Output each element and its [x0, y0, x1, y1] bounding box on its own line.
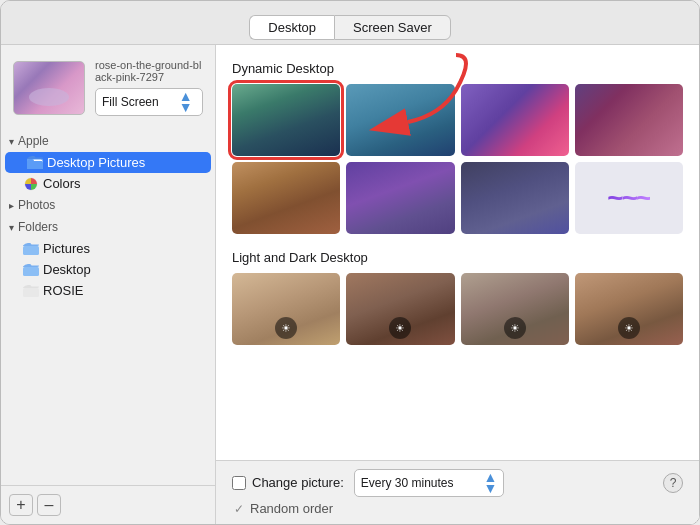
change-picture-checkbox[interactable]	[232, 476, 246, 490]
top-bar: Desktop Screen Saver	[1, 1, 699, 45]
wavy-logo: ~~~	[607, 182, 650, 214]
sidebar: rose-on-the-ground-black-pink-7297 Fill …	[1, 45, 216, 524]
remove-button[interactable]: –	[37, 494, 61, 516]
wallpaper-dynamic-2[interactable]	[346, 84, 454, 156]
ld-icon-3: ☀	[504, 317, 526, 339]
svg-rect-2	[27, 161, 43, 169]
photos-label: Photos	[18, 198, 55, 212]
sidebar-item-rosie[interactable]: ROSIE	[1, 280, 215, 301]
sidebar-bottom: + –	[1, 485, 215, 524]
svg-rect-6	[23, 288, 39, 297]
bottom-bar: Change picture: Every 30 minutes ▲ ▼ ? ✓…	[216, 460, 699, 524]
rosie-label: ROSIE	[43, 283, 83, 298]
change-interval-dropdown[interactable]: Every 30 minutes ▲ ▼	[354, 469, 505, 497]
help-button[interactable]: ?	[663, 473, 683, 493]
rosie-icon	[23, 284, 39, 298]
colors-icon	[23, 177, 39, 191]
main-content: rose-on-the-ground-black-pink-7297 Fill …	[1, 45, 699, 524]
ld-icon-4: ☀	[618, 317, 640, 339]
svg-rect-4	[23, 246, 39, 255]
svg-rect-5	[23, 267, 39, 276]
wallpaper-ld-4[interactable]: ☀	[575, 273, 683, 345]
add-button[interactable]: +	[9, 494, 33, 516]
wallpaper-dynamic-5[interactable]	[232, 162, 340, 234]
bottom-row-2: ✓ Random order	[232, 501, 683, 516]
wallpaper-ld-1[interactable]: ☀	[232, 273, 340, 345]
desktop-folder-icon	[23, 263, 39, 277]
checkmark-icon: ✓	[234, 502, 244, 516]
light-dark-grid: ☀ ☀ ☀ ☀	[232, 273, 683, 345]
preview-thumbnail	[13, 61, 85, 115]
wallpaper-dynamic-6[interactable]	[346, 162, 454, 234]
fill-mode-label: Fill Screen	[102, 95, 159, 109]
tab-desktop[interactable]: Desktop	[249, 15, 334, 40]
chevron-down-icon-folders: ▾	[9, 222, 14, 233]
fill-mode-arrow: ▲ ▼	[179, 91, 193, 113]
desktop-folder-label: Desktop	[43, 262, 91, 277]
change-interval-label: Every 30 minutes	[361, 476, 454, 490]
sidebar-item-desktop-pictures[interactable]: Desktop Pictures	[5, 152, 211, 173]
filename-label: rose-on-the-ground-black-pink-7297	[95, 59, 203, 83]
wallpaper-dynamic-4[interactable]	[575, 84, 683, 156]
ld-icon-2: ☀	[389, 317, 411, 339]
fill-mode-dropdown[interactable]: Fill Screen ▲ ▼	[95, 88, 203, 116]
wallpaper-ld-2[interactable]: ☀	[346, 273, 454, 345]
folders-label: Folders	[18, 220, 58, 234]
sidebar-item-folders: ▾ Folders	[1, 216, 215, 238]
colors-label: Colors	[43, 176, 81, 191]
tab-screen-saver[interactable]: Screen Saver	[334, 15, 451, 40]
change-picture-label: Change picture:	[252, 475, 344, 490]
sidebar-preview: rose-on-the-ground-black-pink-7297 Fill …	[1, 45, 215, 126]
ld-icon-1: ☀	[275, 317, 297, 339]
interval-dropdown-arrow: ▲ ▼	[484, 472, 498, 494]
wallpaper-dynamic-1[interactable]	[232, 84, 340, 156]
wallpaper-dynamic-3[interactable]	[461, 84, 569, 156]
sidebar-item-desktop-folder[interactable]: Desktop	[1, 259, 215, 280]
preview-info: rose-on-the-ground-black-pink-7297 Fill …	[95, 59, 203, 116]
pictures-label: Pictures	[43, 241, 90, 256]
wallpaper-ld-3[interactable]: ☀	[461, 273, 569, 345]
wallpaper-grid-area: Dynamic Desktop ~~~ Light and Dark Deskt…	[216, 45, 699, 460]
desktop-pictures-label: Desktop Pictures	[47, 155, 145, 170]
right-panel: Dynamic Desktop ~~~ Light and Dark Deskt…	[216, 45, 699, 524]
dynamic-desktop-title: Dynamic Desktop	[232, 61, 683, 76]
sidebar-item-pictures[interactable]: Pictures	[1, 238, 215, 259]
light-dark-title: Light and Dark Desktop	[232, 250, 683, 265]
chevron-down-icon: ▾	[9, 136, 14, 147]
dynamic-desktop-grid: ~~~	[232, 84, 683, 234]
wallpaper-dynamic-8[interactable]: ~~~	[575, 162, 683, 234]
random-order-label: Random order	[250, 501, 333, 516]
sidebar-tree: ▾ Apple Desktop Pictures	[1, 126, 215, 485]
change-picture-control[interactable]: Change picture:	[232, 475, 344, 490]
chevron-right-icon: ▸	[9, 200, 14, 211]
wallpaper-dynamic-7[interactable]	[461, 162, 569, 234]
window: Desktop Screen Saver rose-on-the-ground-…	[0, 0, 700, 525]
sidebar-item-photos[interactable]: ▸ Photos	[1, 194, 215, 216]
bottom-row-1: Change picture: Every 30 minutes ▲ ▼ ?	[232, 469, 683, 497]
pictures-folder-icon	[23, 242, 39, 256]
folder-icon	[27, 156, 43, 170]
apple-label: Apple	[18, 134, 49, 148]
sidebar-item-apple: ▾ Apple	[1, 130, 215, 152]
sidebar-item-colors[interactable]: Colors	[1, 173, 215, 194]
